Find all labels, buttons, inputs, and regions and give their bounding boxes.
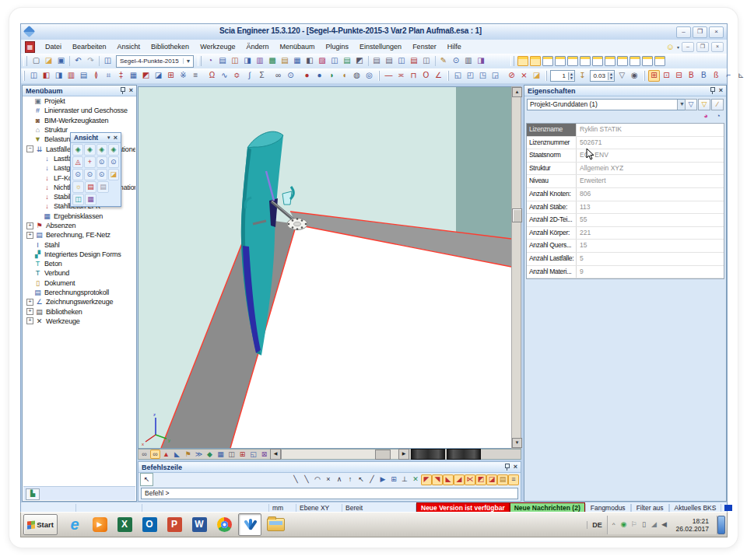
close-icon[interactable]: × <box>719 87 723 94</box>
toolbar-icon[interactable]: ▦ <box>292 55 303 67</box>
glasses-icon[interactable]: ∞ <box>150 450 160 459</box>
toolbar-handle[interactable] <box>378 71 380 81</box>
zoom-window-icon[interactable]: ⊙ <box>72 169 83 180</box>
zoom-in-icon[interactable]: ⊙ <box>96 156 107 168</box>
toolbar-icon[interactable]: B <box>686 70 697 82</box>
toolbar-icon[interactable]: ✎ <box>438 55 450 67</box>
undo-icon[interactable]: ↶ <box>72 55 84 67</box>
property-row[interactable]: LizenznameRyklin STATIK <box>527 124 724 137</box>
toolbar-icon[interactable]: ▥ <box>463 55 475 67</box>
tree-item[interactable]: ▯Dokument <box>23 278 135 288</box>
toolbar-icon[interactable]: ⊞ <box>648 70 660 82</box>
window-layout-icon[interactable] <box>642 56 653 66</box>
toolbar-icon[interactable]: ◫ <box>28 70 40 82</box>
redo-icon[interactable]: ↷ <box>85 55 96 67</box>
taskbar-excel[interactable]: X <box>114 514 135 535</box>
toolbar-icon[interactable]: ∫ <box>244 70 255 82</box>
toolbar-handle[interactable] <box>510 56 514 66</box>
menubaum-header[interactable]: Menübaum × <box>23 86 136 96</box>
light-icon[interactable]: ☼ <box>72 181 84 193</box>
view-icon[interactable]: ◈ <box>96 144 107 156</box>
property-row[interactable]: Anzahl Körper:221 <box>527 227 724 240</box>
property-row[interactable]: Anzahl Knoten:806 <box>527 188 724 201</box>
view-icon[interactable]: ◈ <box>72 144 83 156</box>
toolbar-icon[interactable]: ⚑ <box>183 450 193 459</box>
toolbar-icon[interactable]: ◰ <box>465 70 476 82</box>
toolbar-icon[interactable]: ↑ <box>345 474 356 485</box>
precision-spinner[interactable]: 0.03▲▼ <box>590 70 615 82</box>
toolbar-icon[interactable]: ▦ <box>128 70 139 82</box>
toolbar-handle[interactable] <box>23 56 27 66</box>
toolbar-icon[interactable]: ◥ <box>432 474 443 485</box>
befehlszeile-header[interactable]: Befehlszeile × <box>139 462 521 473</box>
minimize-button[interactable]: – <box>676 26 691 38</box>
toolbar-icon[interactable]: B <box>698 70 710 82</box>
toolbar-icon[interactable]: ⊥ <box>399 474 410 485</box>
tree-item[interactable]: +∠Zeichnungswerkzeuge <box>23 297 135 306</box>
flag-icon[interactable]: ⚐ <box>629 519 638 530</box>
toolbar-icon[interactable]: ⨯ <box>518 70 530 82</box>
toolbar-icon[interactable]: Σ <box>256 70 268 82</box>
menu-item[interactable]: Hilfe <box>442 41 467 52</box>
scroll-right-button[interactable]: ▶ <box>398 449 409 460</box>
toolbar-icon[interactable]: ◪ <box>153 70 164 82</box>
command-input[interactable]: Befehl > <box>141 488 518 499</box>
toolbar-icon[interactable]: ◢ <box>454 474 465 485</box>
axis-icon[interactable]: + <box>84 156 95 168</box>
window-layout-icon[interactable] <box>654 56 665 66</box>
hscroll-thumb[interactable] <box>375 450 391 460</box>
toolbar-icon[interactable]: ◖ <box>338 70 350 82</box>
toolbar-icon[interactable]: ◤ <box>421 474 432 485</box>
toolbar-icon[interactable]: ╱ <box>366 474 377 485</box>
toolbar-handle[interactable] <box>545 71 547 81</box>
toolbar-icon[interactable]: ◧ <box>40 70 52 82</box>
property-row[interactable]: Anzahl Materi...9 <box>527 266 724 279</box>
toolbar-icon[interactable]: ⌐ <box>723 70 735 82</box>
taskbar-explorer[interactable] <box>265 514 286 535</box>
taskbar-chrome[interactable] <box>213 514 235 535</box>
toolbar-icon[interactable]: ⊠ <box>259 450 269 459</box>
toolbar-icon[interactable]: ≬ <box>90 70 102 82</box>
view-icon[interactable]: ◈ <box>84 144 95 156</box>
zoom-out-icon[interactable]: ⊙ <box>108 156 119 168</box>
circle-icon[interactable]: O <box>420 70 432 82</box>
taskbar-internet-explorer[interactable]: e <box>64 514 86 535</box>
window-layout-icon[interactable] <box>530 56 541 66</box>
line-icon[interactable]: — <box>383 70 395 82</box>
toolbar-icon[interactable]: ◠ <box>312 474 323 485</box>
project-window-icon[interactable]: ◫ <box>102 55 114 67</box>
toolbar-icon[interactable]: ∿ <box>219 70 230 82</box>
menu-item[interactable]: Fenster <box>407 41 442 52</box>
toolbar-icon[interactable]: ▤ <box>342 55 353 67</box>
eigenschaften-header[interactable]: Eigenschaften × <box>524 86 726 96</box>
tree-mode-button[interactable]: ▙ <box>26 488 40 500</box>
render-icon[interactable]: ▤ <box>85 181 96 193</box>
menu-item[interactable]: Datei <box>40 41 67 52</box>
folder-icon[interactable]: ◪ <box>108 169 119 180</box>
toolbar-icon[interactable]: ◎ <box>363 70 375 82</box>
ansicht-palette[interactable]: Ansicht ▼ × ◈◈◈◈◬+⊙⊙⊙⊙⊙◪☼▤▤◫▦ <box>70 132 121 207</box>
toolbar-icon[interactable]: ◧ <box>304 55 316 67</box>
show-desktop-button[interactable] <box>717 516 725 534</box>
glasses-icon[interactable]: ∞ <box>139 450 149 459</box>
status-button[interactable]: Fangmodus <box>585 504 631 513</box>
toolbar-icon[interactable]: ◨ <box>242 55 254 67</box>
animation-control[interactable] <box>411 449 445 460</box>
toolbar-icon[interactable]: ≫ <box>194 450 204 459</box>
select-cursor-button[interactable]: ↖ <box>140 473 153 486</box>
toolbar-icon[interactable]: ◪ <box>531 70 542 82</box>
menu-item[interactable]: Plugins <box>321 41 355 52</box>
scroll-down-button[interactable]: ▼ <box>512 438 522 448</box>
filter-icon[interactable]: ▽ <box>685 99 697 110</box>
toolbar-handle[interactable] <box>23 71 25 81</box>
window-layout-icon[interactable] <box>617 56 628 66</box>
toolbar-icon[interactable]: ◨ <box>53 70 65 82</box>
tree-item[interactable]: ◙BIM-Werkzeugkasten <box>23 116 135 125</box>
print-icon[interactable]: ▤ <box>371 55 383 67</box>
toolbar-icon[interactable]: ≎ <box>231 70 243 82</box>
toolbar-icon[interactable]: ≍ <box>395 70 407 82</box>
toolbar-icon[interactable]: ▦ <box>216 450 226 459</box>
toolbar-icon[interactable]: ⊙ <box>285 70 296 82</box>
toolbar-icon[interactable]: ⊟ <box>673 70 685 82</box>
scale-spinner[interactable]: 1▲▼ <box>550 70 575 82</box>
